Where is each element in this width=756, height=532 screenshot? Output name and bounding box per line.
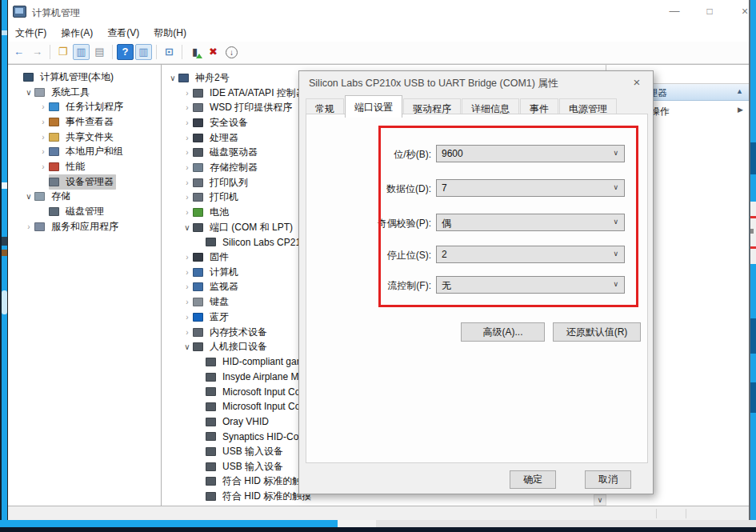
console-tree-item[interactable]: ›性能 [8,159,161,174]
tree-item-body[interactable]: 计算机 [193,265,241,280]
properties-icon[interactable]: ▤ [91,44,108,60]
export-list-icon[interactable]: ❐ [54,44,71,60]
collapsed-arrow-icon[interactable]: › [182,178,193,187]
tree-item-body[interactable]: IDE ATA/ATAPI 控制器 [193,86,308,101]
tree-item-body[interactable]: 内存技术设备 [193,325,270,340]
dialog-title-bar[interactable]: Silicon Labs CP210x USB to UART Bridge (… [299,71,653,94]
chevron-down-icon[interactable]: ∨ [613,250,618,258]
tree-item-body[interactable]: 处理器 [193,130,241,146]
console-tree-item[interactable]: ∨存储 [8,190,161,205]
forward-icon[interactable]: → [29,44,46,60]
collapsed-arrow-icon[interactable]: › [38,147,49,156]
tree-item-body[interactable]: 系统工具 [34,85,92,100]
menu-item[interactable]: 查看(V) [100,24,146,42]
tree-item-body[interactable]: Insyde Airplane M [206,370,301,383]
collapsed-arrow-icon[interactable]: › [182,163,193,172]
tree-item-body[interactable]: 本地用户和组 [49,144,126,159]
console-tree-item[interactable]: ›本地用户和组 [8,144,161,159]
expanded-arrow-icon[interactable]: ∨ [182,342,193,351]
collapsed-arrow-icon[interactable]: › [182,268,193,277]
tree-item-body[interactable]: 打印机 [193,190,241,205]
tree-item-body[interactable]: USB 输入设备 [206,459,286,474]
collapse-arrow-icon[interactable]: ▲ [736,87,743,95]
console-tree-item[interactable]: ∨系统工具 [8,85,161,100]
tree-item-body[interactable]: 端口 (COM 和 LPT) [193,220,295,235]
collapsed-arrow-icon[interactable]: › [182,89,193,98]
field-combobox[interactable]: 偶∨ [436,214,625,231]
tree-item-body[interactable]: 磁盘驱动器 [193,145,260,160]
expanded-arrow-icon[interactable]: ∨ [23,192,34,201]
tree-item-body[interactable]: Silicon Labs CP210 [206,236,309,249]
minimize-button[interactable]: — [661,0,688,22]
tree-item-body[interactable]: Microsoft Input Co [206,386,302,398]
tree-item-body[interactable]: 打印队列 [193,175,250,190]
expanded-arrow-icon[interactable]: ∨ [182,223,193,232]
remote-computer-icon[interactable]: ⊡ [161,44,178,60]
collapsed-arrow-icon[interactable]: › [182,282,193,291]
tab-端口设置[interactable]: 端口设置 [345,95,402,118]
menu-item[interactable]: 操作(A) [54,24,100,42]
field-combobox[interactable]: 7∨ [436,179,625,197]
tree-item-body[interactable]: 共享文件夹 [49,130,116,145]
tree-item-body[interactable]: 存储控制器 [193,160,260,175]
collapsed-arrow-icon[interactable]: › [182,193,193,202]
tree-item-body[interactable]: 监视器 [193,279,241,294]
tree-item-body[interactable]: 电池 [193,205,231,220]
ok-button[interactable]: 确定 [510,470,556,489]
collapsed-arrow-icon[interactable]: › [182,253,193,262]
tree-item-body[interactable]: WSD 打印提供程序 [193,100,294,115]
advanced-button[interactable]: 高级(A)... [461,322,545,342]
restore-defaults-button[interactable]: 还原默认值(R) [553,322,641,342]
tree-item-body[interactable]: 计算机管理(本地) [23,70,116,85]
tree-item-body[interactable]: 性能 [49,159,87,174]
action-pane-icon[interactable]: ▥ [135,44,152,60]
console-tree-icon[interactable]: ▥ [73,44,90,60]
chevron-down-icon[interactable]: ∨ [613,280,618,288]
field-combobox[interactable]: 无∨ [436,276,625,294]
collapsed-arrow-icon[interactable]: › [182,103,193,112]
scan-hardware-icon[interactable]: ▮ [186,44,203,60]
collapsed-arrow-icon[interactable]: › [182,313,193,322]
collapsed-arrow-icon[interactable]: › [182,298,193,306]
menu-item[interactable]: 文件(F) [8,24,54,42]
collapsed-arrow-icon[interactable]: › [182,134,193,142]
collapsed-arrow-icon[interactable]: › [182,328,193,337]
expanded-arrow-icon[interactable]: ∨ [167,74,178,82]
maximize-button[interactable]: □ [696,0,723,22]
console-tree-item[interactable]: ›服务和应用程序 [8,219,161,234]
tree-item-body[interactable]: 神舟2号 [178,70,232,86]
tree-item-body[interactable]: 服务和应用程序 [34,219,121,234]
tree-item-body[interactable]: 存储 [34,189,73,204]
tree-item-body[interactable]: Oray VHID [206,415,271,428]
menu-item[interactable]: 帮助(H) [146,24,194,42]
collapsed-arrow-icon[interactable]: › [23,222,34,231]
tree-item-body[interactable]: 键盘 [193,294,231,310]
tree-item-body[interactable]: 磁盘管理 [49,204,106,219]
chevron-down-icon[interactable]: ∨ [613,149,618,157]
console-tree-item[interactable]: ›任务计划程序 [8,99,161,114]
tree-item-body[interactable]: 人机接口设备 [193,339,270,354]
tree-item-body[interactable]: 固件 [193,250,231,265]
tree-item-body[interactable]: USB 输入设备 [206,444,286,459]
scrollbar-down-arrow[interactable]: ∨ [594,494,606,506]
uninstall-device-icon[interactable]: ✖ [205,44,222,60]
console-tree-item[interactable]: 计算机管理(本地) [8,70,161,85]
console-tree-item[interactable]: 磁盘管理 [8,204,161,219]
title-bar[interactable]: 计算机管理 — □ × [8,0,749,24]
back-icon[interactable]: ← [10,44,27,60]
selected-tree-item[interactable]: 设备管理器 [49,174,116,190]
console-tree-item[interactable]: 设备管理器 [8,174,161,190]
expanded-arrow-icon[interactable]: ∨ [23,88,34,97]
update-driver-icon[interactable]: ↓ [223,44,240,60]
tree-item-body[interactable]: HID-compliant gar [206,355,302,368]
collapsed-arrow-icon[interactable]: › [38,118,49,126]
more-actions-arrow-icon[interactable]: ▶ [738,106,743,114]
cancel-button[interactable]: 取消 [585,470,631,489]
chevron-down-icon[interactable]: ∨ [613,183,618,191]
tree-item-body[interactable]: Microsoft Input Co [206,400,302,413]
collapsed-arrow-icon[interactable]: › [38,133,49,142]
dialog-close-icon[interactable]: × [629,75,645,90]
tree-item-body[interactable]: 事件查看器 [49,114,116,130]
console-tree-item[interactable]: ›共享文件夹 [8,130,161,145]
collapsed-arrow-icon[interactable]: › [182,208,193,217]
